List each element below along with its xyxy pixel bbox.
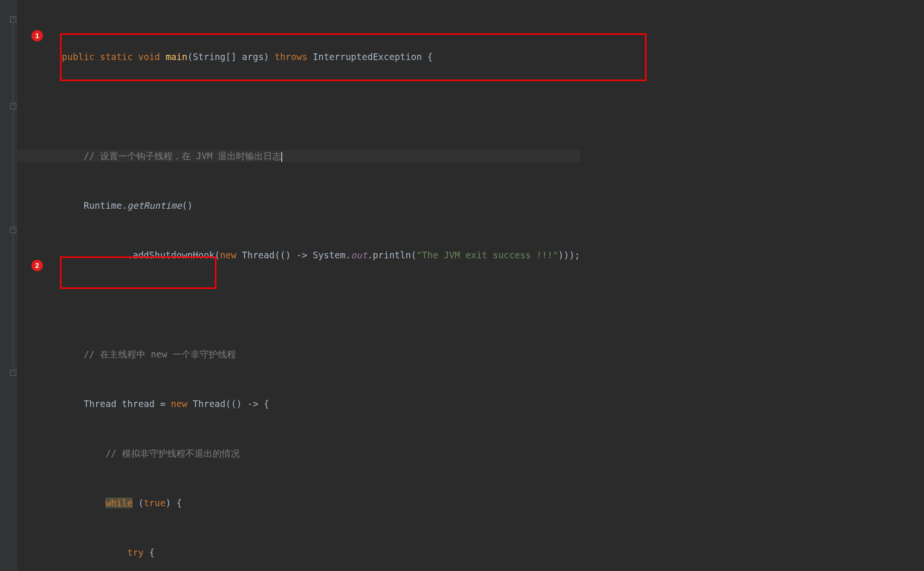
- fold-toggle-icon[interactable]: [10, 227, 16, 233]
- code-line: Thread thread = new Thread(() -> {: [17, 398, 580, 410]
- code-line: [17, 298, 580, 311]
- editor-gutter: [0, 0, 17, 571]
- code-line: [17, 100, 580, 112]
- code-line: // 在主线程中 new 一个非守护线程: [17, 348, 580, 360]
- text-cursor: [281, 152, 282, 162]
- highlight-box-1: [60, 33, 647, 81]
- code-line: // 模拟非守护线程不退出的情况: [17, 447, 580, 459]
- fold-toggle-icon[interactable]: [10, 16, 16, 22]
- highlight-box-2: [60, 256, 216, 289]
- code-line: while (true) {: [17, 497, 580, 509]
- code-line: try {: [17, 546, 580, 559]
- annotation-badge-2: 2: [31, 260, 43, 271]
- fold-toggle-icon[interactable]: [10, 103, 16, 109]
- code-line: Runtime.getRuntime(): [17, 199, 580, 212]
- fold-guide-line: [13, 23, 13, 367]
- code-line-active: // 设置一个钩子线程，在 JVM 退出时输出日志: [17, 150, 580, 162]
- annotation-badge-1: 1: [31, 30, 43, 41]
- fold-toggle-icon[interactable]: [10, 369, 16, 376]
